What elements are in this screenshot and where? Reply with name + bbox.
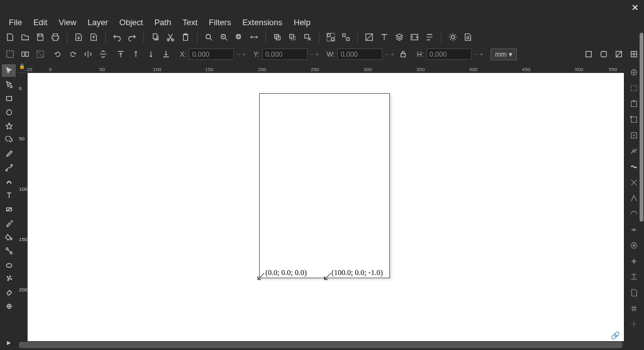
menu-object[interactable]: Object [114, 16, 148, 28]
h-input[interactable] [426, 48, 472, 60]
import-icon[interactable] [72, 31, 85, 43]
canvas[interactable]: (0.0; 0.0; 0.0) (100.0; 0.0; -1.0) 🔗 [28, 73, 624, 341]
menubar: File Edit View Layer Object Path Text Fi… [0, 15, 644, 29]
selector-tool-icon[interactable] [2, 64, 16, 77]
zoom-drawing-icon[interactable] [218, 31, 230, 43]
rotate-cw-icon[interactable] [67, 48, 79, 60]
text-dialog-icon[interactable] [378, 31, 391, 43]
svg-point-53 [633, 245, 635, 247]
star-tool-icon[interactable] [2, 120, 16, 132]
raise-top-icon[interactable] [114, 48, 127, 60]
save-icon[interactable] [34, 31, 47, 43]
lower-icon[interactable] [145, 48, 157, 60]
duplicate-icon[interactable] [271, 31, 284, 43]
coord-label-left: (0.0; 0.0; 0.0) [265, 268, 307, 278]
h-label: H: [417, 50, 424, 58]
paintbucket-tool-icon[interactable] [2, 230, 16, 243]
svg-rect-14 [343, 34, 345, 37]
menu-path[interactable]: Path [149, 16, 176, 28]
deselect-icon[interactable] [34, 48, 47, 60]
w-input[interactable] [337, 48, 382, 60]
new-document-icon[interactable] [4, 31, 16, 43]
lock-aspect-icon[interactable] [397, 48, 409, 60]
w-label: W: [326, 50, 335, 58]
flip-v-icon[interactable] [97, 48, 109, 60]
print-icon[interactable] [49, 31, 62, 43]
open-icon[interactable] [19, 31, 31, 43]
paste-icon[interactable] [179, 31, 192, 43]
svg-rect-26 [601, 52, 607, 57]
select-all-layers-icon[interactable] [4, 48, 16, 60]
zoom-selection-icon[interactable] [203, 31, 215, 43]
xml-editor-icon[interactable] [408, 31, 421, 43]
zoom-width-icon[interactable] [248, 31, 260, 43]
svg-point-2 [206, 35, 211, 39]
menu-help[interactable]: Help [289, 16, 316, 28]
ungroup-icon[interactable] [340, 31, 352, 43]
svg-rect-21 [22, 52, 25, 57]
node-tool-icon[interactable] [2, 78, 16, 91]
ellipse-tool-icon[interactable] [2, 106, 16, 118]
menu-edit[interactable]: Edit [28, 16, 52, 28]
lower-bottom-icon[interactable] [160, 48, 172, 60]
select-same-icon[interactable] [19, 48, 31, 60]
redo-icon[interactable] [126, 31, 138, 43]
cut-icon[interactable] [164, 31, 177, 43]
svg-rect-12 [331, 38, 334, 40]
fill-stroke-dialog-icon[interactable] [363, 31, 375, 43]
spray-tool-icon[interactable] [2, 272, 16, 285]
tweak-tool-icon[interactable] [2, 258, 16, 271]
window-close-icon[interactable]: ✕ [631, 3, 639, 13]
svg-rect-30 [6, 96, 11, 101]
layers-dialog-icon[interactable] [393, 31, 406, 43]
transform-gradient-icon[interactable] [613, 48, 625, 60]
toolbox-triangle-icon[interactable]: ▶ [2, 336, 16, 349]
pencil-tool-icon[interactable] [2, 147, 16, 160]
menu-layer[interactable]: Layer [82, 16, 113, 28]
calligraphy-tool-icon[interactable] [2, 175, 16, 188]
rect-tool-icon[interactable] [2, 92, 16, 104]
raise-icon[interactable] [130, 48, 142, 60]
x-input[interactable] [189, 48, 234, 60]
dropper-tool-icon[interactable] [2, 217, 16, 229]
menu-extensions[interactable]: Extensions [237, 16, 287, 28]
document-properties-icon[interactable] [462, 31, 474, 43]
menu-view[interactable]: View [53, 16, 81, 28]
menu-file[interactable]: File [4, 16, 27, 28]
y-input[interactable] [262, 48, 308, 60]
spiral-tool-icon[interactable] [2, 133, 16, 146]
transform-corners-icon[interactable] [597, 48, 610, 60]
transform-pattern-icon[interactable] [628, 48, 640, 60]
bezier-tool-icon[interactable] [2, 161, 16, 174]
main-toolbar [0, 29, 644, 45]
unlink-clone-icon[interactable] [301, 31, 314, 43]
horizontal-ruler: 🔒 -15 0 50 100 150 200 250 300 350 400 4… [18, 63, 624, 73]
svg-point-38 [9, 276, 11, 277]
horizontal-scrollbar[interactable] [18, 341, 624, 349]
export-icon[interactable] [87, 31, 100, 43]
rotate-ccw-icon[interactable] [52, 48, 64, 60]
gradient-tool-icon[interactable] [2, 203, 16, 215]
svg-rect-24 [401, 54, 405, 57]
y-label: Y: [253, 50, 260, 58]
menu-text[interactable]: Text [177, 16, 203, 28]
svg-rect-25 [586, 52, 592, 57]
clone-icon[interactable] [286, 31, 299, 43]
undo-icon[interactable] [111, 31, 123, 43]
right-scrollbar[interactable] [639, 0, 644, 350]
unit-selector[interactable]: mm ▾ [491, 48, 516, 60]
transform-stroke-icon[interactable] [582, 48, 595, 60]
copy-icon[interactable] [149, 31, 162, 43]
text-tool-icon[interactable] [2, 189, 16, 201]
connector-tool-icon[interactable] [2, 244, 16, 257]
flip-h-icon[interactable] [82, 48, 94, 60]
align-dialog-icon[interactable] [423, 31, 436, 43]
lpe-tool-icon[interactable] [2, 300, 16, 312]
dock-panel [624, 63, 644, 349]
menu-filters[interactable]: Filters [204, 16, 236, 28]
toolbox: ▶ [0, 63, 18, 349]
group-icon[interactable] [325, 31, 337, 43]
eraser-tool-icon[interactable] [2, 286, 16, 298]
preferences-icon[interactable] [447, 31, 459, 43]
zoom-page-icon[interactable] [233, 31, 245, 43]
